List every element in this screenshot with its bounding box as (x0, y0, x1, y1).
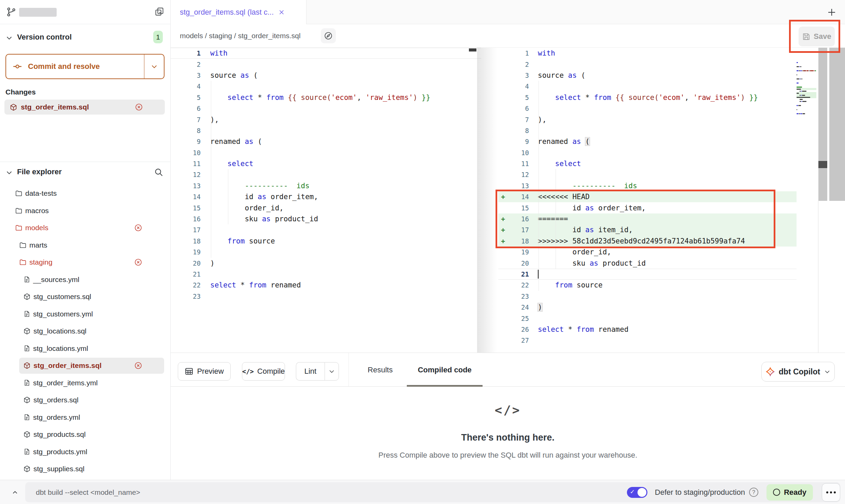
code-line-2[interactable]: 2 (498, 59, 797, 70)
code-line-8[interactable]: 8 (498, 125, 797, 136)
more-options-button[interactable] (822, 483, 840, 502)
version-control-collapse-icon[interactable] (5, 34, 13, 42)
search-icon[interactable] (154, 167, 163, 177)
new-tab-button[interactable] (827, 7, 837, 17)
code-line-14[interactable]: 14 id as order_item, (171, 191, 481, 202)
code-line-11[interactable]: 11 select (498, 158, 797, 169)
close-icon[interactable] (278, 9, 285, 16)
lineage-button[interactable] (321, 28, 336, 43)
file-explorer-collapse-icon[interactable] (5, 169, 13, 176)
changed-file-row[interactable]: stg_order_items.sql (4, 100, 165, 115)
code-line-14[interactable]: +14<<<<<<< HEAD (498, 191, 797, 202)
commit-dropdown-button[interactable] (144, 55, 164, 78)
code-line-8[interactable]: 8 (171, 125, 481, 136)
tab-stg-order-items[interactable]: stg_order_items.sql (last c... (171, 0, 306, 24)
save-button[interactable]: Save (799, 27, 835, 46)
editor-pane-left[interactable]: 1with23source as (45 select * from {{ so… (171, 48, 481, 353)
code-line-9[interactable]: 9renamed as ( (498, 136, 797, 147)
dbt-copilot-button[interactable]: dbt Copilot (761, 362, 835, 382)
code-line-6[interactable]: 6 (498, 103, 797, 114)
code-line-12[interactable]: 12 (171, 169, 481, 180)
editor-pane-right[interactable]: 1with23source as (45 select * from {{ so… (498, 48, 797, 353)
file-tree-item-stg-customers-sql[interactable]: stg_customers.sql (0, 288, 170, 306)
code-line-16[interactable]: 16 sku as product_id (171, 213, 481, 224)
code-line-7[interactable]: 7), (171, 114, 481, 125)
discard-icon[interactable] (134, 224, 142, 232)
lint-dropdown-button[interactable] (325, 362, 339, 381)
file-tree-item-stg-orders-yml[interactable]: stg_orders.yml (0, 409, 170, 426)
tab-results[interactable]: Results (362, 353, 398, 387)
file-tree-item-macros[interactable]: macros (0, 202, 170, 220)
lint-button[interactable]: Lint (296, 362, 325, 381)
code-line-3[interactable]: 3source as ( (171, 70, 481, 81)
file-tree-item-stg-orders-sql[interactable]: stg_orders.sql (0, 391, 170, 409)
file-tree-item-marts[interactable]: marts (0, 237, 170, 254)
code-line-19[interactable]: 19 (171, 247, 481, 257)
preview-button[interactable]: Preview (178, 362, 231, 381)
code-line-11[interactable]: 11 select (171, 158, 481, 169)
file-tree-item-stg-order-items-sql[interactable]: stg_order_items.sql (0, 357, 170, 374)
code-line-10[interactable]: 10 (171, 147, 481, 158)
defer-toggle[interactable]: ✓ (627, 487, 647, 498)
code-line-13[interactable]: 13 ---------- ids (498, 180, 797, 191)
code-line-5[interactable]: 5 select * from {{ source('ecom', 'raw_i… (498, 92, 797, 103)
code-line-5[interactable]: 5 select * from {{ source('ecom', 'raw_i… (171, 92, 481, 103)
left-editor-scrollbar-thumb[interactable] (469, 48, 476, 51)
code-line-21[interactable]: 21 (171, 269, 481, 280)
file-tree-item-stg-supplies-sql[interactable]: stg_supplies.sql (0, 460, 170, 478)
help-icon[interactable]: ? (749, 488, 758, 497)
minimap[interactable] (797, 61, 816, 117)
code-line-1[interactable]: 1with (498, 48, 797, 59)
code-line-19[interactable]: 19 order_id, (498, 247, 797, 257)
code-line-20[interactable]: 20 sku as product_id (498, 257, 797, 268)
scrollbar-track[interactable] (818, 48, 827, 201)
scrollbar-thumb[interactable] (818, 161, 827, 168)
file-tree-item-staging[interactable]: staging (0, 254, 170, 271)
code-line-4[interactable]: 4 (498, 81, 797, 92)
code-line-23[interactable]: 23 (498, 291, 797, 302)
code-line-27[interactable]: 27 (498, 335, 797, 346)
code-line-4[interactable]: 4 (171, 81, 481, 92)
file-tree-item-data-tests[interactable]: data-tests (0, 185, 170, 202)
code-line-17[interactable]: +17 id as item_id, (498, 224, 797, 235)
code-line-18[interactable]: 18 from source (171, 236, 481, 247)
code-line-20[interactable]: 20) (171, 257, 481, 268)
minimap-track[interactable] (829, 48, 845, 201)
code-line-22[interactable]: 22 from source (498, 280, 797, 291)
commit-and-resolve-button[interactable]: Commit and resolve (5, 54, 164, 79)
code-line-15[interactable]: 15 order_id, (171, 202, 481, 213)
copy-icon[interactable] (155, 7, 164, 16)
compile-button[interactable]: </> Compile (242, 362, 285, 381)
code-line-10[interactable]: 10 (498, 147, 797, 158)
file-tree-item-stg-products-sql[interactable]: stg_products.sql (0, 426, 170, 443)
file-tree-item-stg-products-yml[interactable]: stg_products.yml (0, 443, 170, 461)
code-line-24[interactable]: 24) (498, 302, 797, 313)
code-line-3[interactable]: 3source as ( (498, 70, 797, 81)
discard-icon[interactable] (134, 361, 142, 370)
code-line-23[interactable]: 23 (171, 291, 481, 302)
code-line-25[interactable]: 25 (498, 313, 797, 324)
code-line-1[interactable]: 1with (171, 48, 481, 59)
tab-compiled-code[interactable]: Compiled code (407, 353, 483, 387)
file-tree-item-stg-locations-yml[interactable]: stg_locations.yml (0, 340, 170, 357)
discard-icon[interactable] (134, 258, 142, 266)
ready-status-badge[interactable]: Ready (767, 484, 813, 501)
code-line-9[interactable]: 9renamed as ( (171, 136, 481, 147)
code-line-26[interactable]: 26select * from renamed (498, 324, 797, 335)
file-tree-item-models[interactable]: models (0, 219, 170, 237)
code-line-13[interactable]: 13 ---------- ids (171, 180, 481, 191)
code-line-7[interactable]: 7), (498, 114, 797, 125)
code-line-21[interactable]: 21 (498, 269, 797, 280)
code-line-15[interactable]: 15 id as order_item, (498, 202, 797, 213)
collapse-panel-button[interactable] (8, 486, 22, 499)
file-tree-item-stg-customers-yml[interactable]: stg_customers.yml (0, 306, 170, 323)
code-line-6[interactable]: 6 (171, 103, 481, 114)
code-line-17[interactable]: 17 (171, 224, 481, 235)
code-line-18[interactable]: +18>>>>>>> 58c1dd23d5eebd9cd2495fa7124ab… (498, 236, 797, 247)
file-tree-item--sources-yml[interactable]: __sources.yml (0, 271, 170, 288)
code-line-12[interactable]: 12 (498, 169, 797, 180)
code-line-2[interactable]: 2 (171, 59, 481, 70)
code-line-22[interactable]: 22select * from renamed (171, 280, 481, 291)
code-line-16[interactable]: +16======= (498, 213, 797, 224)
file-tree-item-stg-order-items-yml[interactable]: stg_order_items.yml (0, 374, 170, 392)
